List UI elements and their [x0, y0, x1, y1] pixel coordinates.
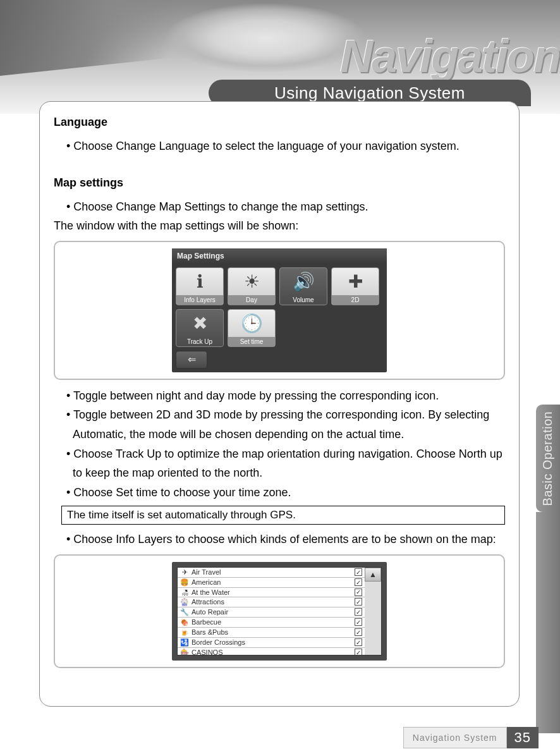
back-button[interactable]: ⇐ [176, 351, 207, 369]
ms-bullet-trackup: • Choose Track Up to optimize the map or… [66, 444, 505, 483]
layer-label: Barbecue [192, 618, 352, 626]
layer-label: Border Crossings [192, 638, 352, 646]
layer-label: Air Travel [192, 568, 352, 576]
layer-scrollbar[interactable]: ▲ [365, 568, 381, 655]
beer-icon: 🍺 [180, 628, 189, 637]
tile-day[interactable]: ☀ Day [228, 267, 276, 305]
language-bullet-1: • Choose Change Language to select the l… [66, 137, 505, 156]
tile-volume[interactable]: 🔊 Volume [279, 267, 327, 305]
gps-note-box: The time itself is set automatically thr… [61, 506, 505, 525]
content-panel: Language • Choose Change Language to sel… [39, 101, 520, 707]
layer-row[interactable]: 🔧 Auto Repair ✓ [178, 607, 365, 618]
layer-checkbox[interactable]: ✓ [355, 608, 362, 616]
attraction-icon: 🎡 [180, 598, 189, 606]
info-icon: ℹ [197, 268, 204, 295]
border-icon: 🛂 [180, 638, 189, 647]
info-layers-device: ✈ Air Travel ✓ 🍔 American ✓ 🏖 At the Wat… [172, 562, 387, 661]
map-settings-line-1: The window with the map settings will be… [54, 216, 505, 236]
heading-map-settings: Map settings [54, 176, 505, 190]
speaker-icon: 🔊 [293, 268, 315, 295]
tile-label: Info Layers [176, 295, 223, 305]
layer-checkbox[interactable]: ✓ [355, 628, 362, 636]
ms-bullet-settime: • Choose Set time to choose your time zo… [66, 483, 505, 503]
page-footer: Navigation System 35 [403, 727, 539, 748]
layer-checkbox[interactable]: ✓ [355, 649, 362, 655]
map-settings-screenshot-frame: Map Settings ℹ Info Layers ☀ Day 🔊 Volum… [54, 241, 505, 380]
ms-bullet-infolayers: • Choose Info Layers to choose which kin… [66, 530, 505, 549]
layer-checkbox[interactable]: ✓ [355, 568, 362, 576]
ms-bullet-daynight: • Toggle between night and day mode by p… [66, 386, 505, 406]
bbq-icon: 🍖 [180, 618, 189, 626]
layer-label: Bars &Pubs [192, 628, 352, 636]
food-icon: 🍔 [180, 578, 189, 587]
water-icon: 🏖 [180, 588, 189, 596]
car-graphic [164, 3, 367, 73]
info-layers-list: ✈ Air Travel ✓ 🍔 American ✓ 🏖 At the Wat… [177, 567, 382, 655]
tile-label: 2D [332, 295, 379, 305]
airplane-icon: ✈ [180, 568, 189, 576]
layer-label: Auto Repair [192, 608, 352, 616]
layer-checkbox[interactable]: ✓ [355, 598, 362, 606]
ms-bullet-2d3d: • Toggle between 2D and 3D mode by press… [66, 405, 505, 444]
heading-language: Language [54, 116, 505, 129]
tile-label: Track Up [176, 337, 223, 346]
tile-label: Volume [280, 295, 327, 305]
footer-page-number: 35 [507, 727, 539, 748]
brand-word: Navigation [340, 30, 560, 82]
layer-checkbox[interactable]: ✓ [355, 588, 362, 596]
layer-label: CASINOS [192, 649, 352, 655]
sun-icon: ☀ [244, 268, 260, 295]
layer-label: American [192, 578, 352, 586]
tile-label: Set time [228, 337, 275, 346]
casino-icon: 🎰 [180, 649, 189, 655]
wrench-icon: 🔧 [180, 608, 189, 616]
layer-row[interactable]: 🛂 Border Crossings ✓ [178, 638, 365, 648]
side-tab-extension [536, 512, 560, 733]
layer-row[interactable]: 🎰 CASINOS ✓ [178, 648, 365, 655]
side-tab-label: Basic Operation [541, 411, 556, 506]
tile-set-time[interactable]: 🕒 Set time [228, 309, 276, 347]
device-titlebar: Map Settings [172, 248, 387, 264]
tile-track-up[interactable]: ✖ Track Up [176, 309, 224, 347]
layer-row[interactable]: 🍖 Barbecue ✓ [178, 618, 365, 628]
side-tab-basic-operation: Basic Operation [536, 405, 560, 512]
layer-label: Attractions [192, 598, 352, 606]
layer-label: At the Water [192, 588, 352, 596]
layer-row[interactable]: 🏖 At the Water ✓ [178, 588, 365, 597]
footer-section-label: Navigation System [403, 727, 507, 748]
layer-row[interactable]: 🍔 American ✓ [178, 578, 365, 588]
scroll-up-button[interactable]: ▲ [365, 568, 381, 582]
tile-label: Day [228, 295, 275, 305]
map-settings-device: Map Settings ℹ Info Layers ☀ Day 🔊 Volum… [172, 248, 387, 372]
map-settings-bullet-1: • Choose Change Map Settings to change t… [66, 197, 505, 217]
layer-row[interactable]: ✈ Air Travel ✓ [178, 568, 365, 578]
back-arrow-icon: ⇐ [188, 353, 196, 365]
cross-icon: ✖ [193, 310, 207, 337]
layer-checkbox[interactable]: ✓ [355, 578, 362, 586]
layer-row[interactable]: 🍺 Bars &Pubs ✓ [178, 628, 365, 638]
plus-icon: ✚ [348, 268, 363, 295]
info-layers-screenshot-frame: ✈ Air Travel ✓ 🍔 American ✓ 🏖 At the Wat… [54, 554, 505, 668]
layer-checkbox[interactable]: ✓ [355, 638, 362, 646]
clock-icon: 🕒 [241, 310, 263, 337]
layer-row[interactable]: 🎡 Attractions ✓ [178, 597, 365, 607]
tile-2d[interactable]: ✚ 2D [331, 267, 379, 305]
layer-checkbox[interactable]: ✓ [355, 618, 362, 626]
tile-info-layers[interactable]: ℹ Info Layers [176, 267, 224, 305]
